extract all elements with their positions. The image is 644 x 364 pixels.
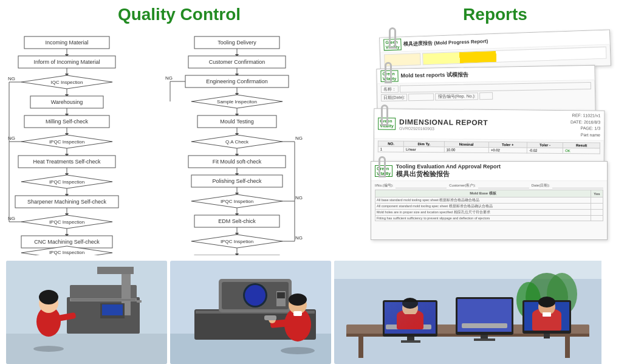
svg-rect-103: [102, 304, 123, 315]
bottom-section: [0, 258, 644, 364]
svg-text:Q.A Check: Q.A Check: [225, 139, 249, 145]
svg-text:IPQC Inspection: IPQC Inspection: [49, 250, 84, 255]
clip-2: [385, 62, 392, 83]
clip-1: [389, 27, 396, 49]
svg-text:Tooling Delivery: Tooling Delivery: [218, 39, 256, 46]
lab-scene-1: [6, 261, 167, 364]
svg-text:Sample Inspeciton: Sample Inspeciton: [217, 99, 257, 105]
office-scene: [334, 261, 601, 364]
svg-point-152: [538, 297, 555, 307]
svg-rect-115: [277, 292, 285, 298]
svg-point-113: [245, 285, 265, 306]
flowchart-container: Incoming Material Inform of Incoming Mat…: [6, 30, 352, 258]
svg-rect-140: [474, 338, 495, 341]
svg-text:Milling Self-check: Milling Self-check: [46, 118, 89, 125]
clip-4: [379, 156, 386, 177]
svg-text:Heat Treatments Self-check: Heat Treatments Self-check: [33, 159, 101, 165]
svg-text:Warehousing: Warehousing: [51, 99, 83, 105]
svg-text:Polishing Self-check: Polishing Self-check: [212, 178, 262, 184]
svg-rect-136: [401, 340, 420, 343]
svg-text:Mould Testing: Mould Testing: [220, 118, 253, 125]
svg-point-118: [289, 294, 307, 306]
svg-rect-145: [462, 323, 507, 328]
svg-text:Engineering Confirmation: Engineering Confirmation: [206, 78, 268, 84]
lab-scene-2: [170, 261, 331, 364]
svg-rect-132: [565, 337, 570, 358]
svg-text:EDM Selt-chick: EDM Selt-chick: [218, 218, 256, 224]
flowchart-svg: Incoming Material Inform of Incoming Mat…: [6, 30, 346, 255]
svg-text:CNC Machining Self-check: CNC Machining Self-check: [34, 239, 100, 245]
svg-text:IPQC Inspetion: IPQC Inspetion: [221, 239, 253, 244]
top-section: Quality Control Incoming Material: [0, 0, 644, 258]
reports-title: Reports: [463, 5, 527, 24]
svg-text:NG: NG: [295, 195, 303, 201]
svg-text:Sharpener Machining Self-check: Sharpener Machining Self-check: [27, 199, 107, 205]
svg-rect-89: [6, 334, 167, 364]
svg-rect-121: [264, 315, 276, 320]
svg-text:IPQC Inspetion: IPQC Inspetion: [221, 199, 253, 204]
svg-rect-123: [293, 311, 302, 316]
report-sheet-3: GreenVitality DIMENSIONAL REPORT GVR0292…: [374, 108, 605, 165]
photo-office: [334, 261, 638, 364]
page-container: Quality Control Incoming Material: [0, 0, 644, 364]
svg-text:NG: NG: [8, 76, 15, 81]
svg-rect-95: [125, 315, 127, 328]
photo-lab2: [170, 261, 331, 364]
quality-control-title: Quality Control: [118, 5, 241, 24]
report-sheet-4: GreenVitality Tooling Evaluation And App…: [371, 161, 608, 240]
svg-point-100: [39, 290, 58, 304]
svg-text:IPQC Inspection: IPQC Inspection: [49, 139, 84, 145]
clip-3: [381, 105, 388, 126]
svg-rect-143: [544, 334, 550, 338]
svg-text:Inform of Incoming Material: Inform of Incoming Material: [33, 59, 100, 65]
svg-point-122: [281, 347, 315, 354]
svg-rect-131: [358, 337, 363, 358]
svg-rect-97: [71, 299, 135, 301]
svg-text:NG: NG: [165, 75, 173, 81]
reports-panel: Reports GreenVitality 模具进度报告 (Mold Progr…: [352, 0, 638, 258]
svg-rect-154: [543, 312, 551, 317]
report-stack: GreenVitality 模具进度报告 (Mold Progress Repo…: [368, 30, 623, 237]
svg-text:NG: NG: [295, 235, 303, 241]
svg-text:IPQC Inspection: IPQC Inspection: [49, 179, 84, 185]
svg-text:IQC Inspection: IQC Inspection: [51, 80, 83, 85]
svg-rect-94: [97, 267, 134, 274]
svg-text:IPQC Inspection: IPQC Inspection: [49, 219, 84, 225]
svg-text:Customer Confirmation: Customer Confirmation: [209, 59, 265, 65]
quality-control-panel: Quality Control Incoming Material: [6, 0, 352, 258]
svg-text:Incoming Material: Incoming Material: [45, 39, 88, 46]
svg-text:Fit Mould soft-check: Fit Mould soft-check: [213, 159, 262, 165]
photo-lab1: [6, 261, 167, 364]
svg-point-105: [33, 346, 64, 352]
svg-rect-104: [137, 300, 142, 303]
svg-rect-155: [385, 302, 436, 334]
svg-text:NG: NG: [295, 136, 303, 141]
